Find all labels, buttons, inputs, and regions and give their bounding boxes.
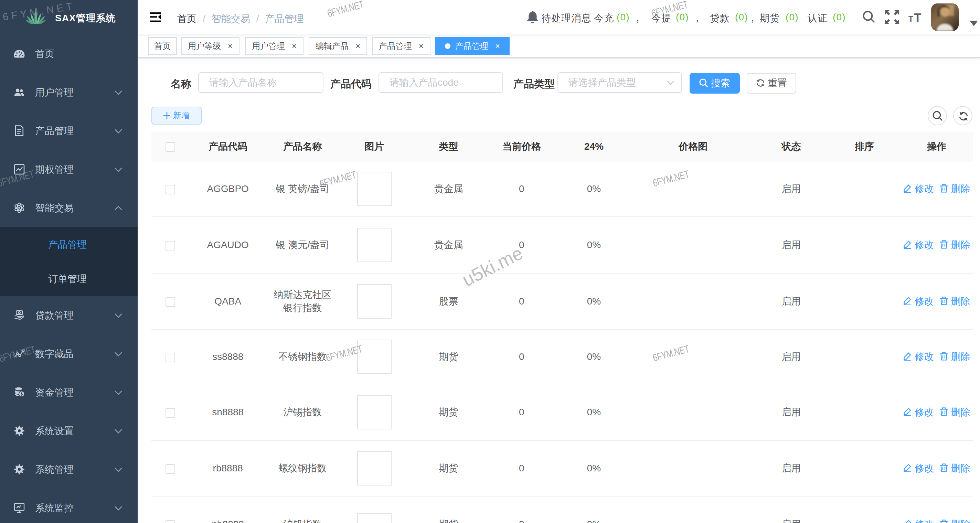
svg-text:T: T [914,11,921,24]
svg-text:T: T [908,14,913,24]
